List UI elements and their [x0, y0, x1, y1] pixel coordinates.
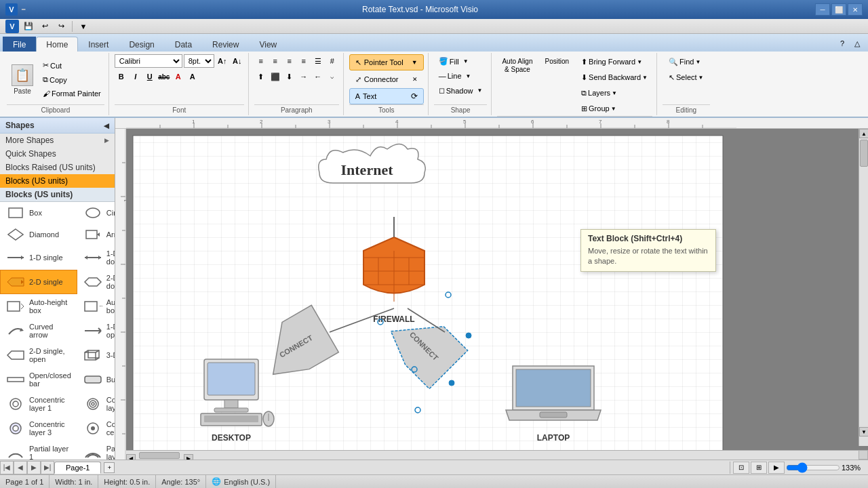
sidebar-more-shapes[interactable]: More Shapes — [0, 134, 115, 147]
sidebar-collapse-icon[interactable]: ◀ — [104, 122, 109, 129]
minimize-button[interactable]: ─ — [815, 3, 830, 16]
bring-forward-button[interactable]: ⬆ Bring Forward ▼ — [576, 54, 652, 69]
tab-home[interactable]: Home — [36, 37, 78, 52]
customize-qa-button[interactable]: ▼ — [77, 20, 90, 33]
pointer-tool-button[interactable]: ↖ Pointer Tool ▼ — [349, 54, 424, 70]
decrease-font-button[interactable]: A↓ — [231, 54, 244, 68]
shape-item-circle[interactable]: Circle — [77, 202, 115, 224]
shape-item-concentric-2[interactable]: Concentric layer 2 — [77, 392, 115, 416]
zoom-slider[interactable] — [786, 465, 840, 470]
cut-button[interactable]: ✂ Cut — [39, 59, 104, 72]
shape-item-partial-1[interactable]: Partial layer 1 — [0, 441, 77, 460]
layers-button[interactable]: ⧉ Layers ▼ — [576, 85, 652, 100]
tab-insert[interactable]: Insert — [78, 37, 119, 52]
group-button[interactable]: ⊞ Group ▼ — [576, 101, 652, 116]
font-name-select[interactable]: Calibri — [115, 54, 182, 68]
shape-item-box[interactable]: Box — [0, 202, 77, 224]
shape-item-open-closed-bar[interactable]: Open/closed bar — [0, 367, 77, 392]
find-button[interactable]: 🔍 Find ▼ — [663, 54, 707, 69]
scroll-thumb-h[interactable] — [139, 452, 180, 459]
bold-button[interactable]: B — [115, 70, 128, 83]
shape-item-1d-double[interactable]: 1-D double — [77, 245, 115, 270]
scroll-left-button[interactable]: ◀ — [126, 454, 136, 460]
bullets-button[interactable]: ☰ — [311, 54, 325, 68]
shape-item-concentric-1[interactable]: Concentric layer 1 — [0, 392, 77, 416]
tab-review[interactable]: Review — [202, 37, 249, 52]
tab-view[interactable]: View — [249, 37, 287, 52]
select-button[interactable]: ↖ Select ▼ — [663, 70, 710, 85]
tab-file[interactable]: File — [3, 37, 36, 52]
sidebar-quick-shapes[interactable]: Quick Shapes — [0, 147, 115, 161]
increase-font-button[interactable]: A↑ — [216, 54, 229, 68]
scroll-thumb-v[interactable] — [860, 140, 868, 167]
shape-item-auto-size[interactable]: ↔ Auto-size box — [77, 294, 115, 319]
copy-button[interactable]: ⧉ Copy — [39, 73, 104, 86]
shape-item-partial-2[interactable]: Partial layer 2 — [77, 441, 115, 460]
format-painter-button[interactable]: 🖌 Format Painter — [39, 87, 104, 100]
shape-item-concentric-center[interactable]: Concentric center — [77, 416, 115, 441]
auto-align-button[interactable]: Auto Align& Space — [497, 54, 537, 77]
scroll-up-button[interactable]: ▲ — [859, 129, 868, 138]
redo-button[interactable]: ↪ — [54, 20, 68, 33]
align-left-button[interactable]: ≡ — [254, 54, 268, 68]
font-color-button[interactable]: A — [172, 70, 185, 83]
align-center-button[interactable]: ≡ — [269, 54, 282, 68]
shape-item-concentric-3[interactable]: Concentric layer 3 — [0, 416, 77, 441]
shape-item-curved-arrow[interactable]: Curved arrow — [0, 319, 77, 343]
text-tool-button[interactable]: A Text ⟳ — [349, 88, 424, 104]
canvas[interactable]: Internet — [126, 129, 868, 460]
align-justify-button[interactable]: ≡ — [297, 54, 311, 68]
fill-button[interactable]: 🪣 Fill ▼ — [434, 54, 473, 68]
expand-ribbon-button[interactable]: △ — [850, 37, 864, 50]
paste-button[interactable]: 📋 Paste — [7, 61, 38, 98]
shape-item-2d-single[interactable]: 2-D single — [0, 270, 77, 294]
para-expand-button[interactable]: ⌵ — [326, 70, 339, 83]
save-button[interactable]: 💾 — [22, 20, 35, 33]
align-right-button[interactable]: ≡ — [283, 54, 296, 68]
shape-item-1d-single[interactable]: 1-D single — [0, 245, 77, 270]
shape-item-1d-single-open[interactable]: 1-D single, open — [77, 319, 115, 343]
add-page-button[interactable]: + — [104, 462, 115, 473]
indent-button[interactable]: → — [297, 70, 311, 83]
shape-item-diamond[interactable]: Diamond — [0, 224, 77, 245]
shape-item-auto-height[interactable]: Auto-height box — [0, 294, 77, 319]
full-screen-button[interactable]: ⊞ — [751, 462, 767, 474]
undo-button[interactable]: ↩ — [38, 20, 52, 33]
normal-view-button[interactable]: ⊡ — [733, 462, 749, 474]
highlight-button[interactable]: A — [186, 70, 199, 83]
tab-data[interactable]: Data — [165, 37, 202, 52]
shadow-button[interactable]: ◻ Shadow ▼ — [434, 83, 488, 98]
connector-tool-button[interactable]: ⤢ Connector ✕ — [349, 71, 424, 87]
sidebar-blocks-raised[interactable]: Blocks Raised (US units) — [0, 161, 115, 174]
slide-show-button[interactable]: ▶ — [768, 462, 785, 474]
shape-item-2d-single-open[interactable]: 2-D single, open — [0, 343, 77, 367]
scroll-down-button[interactable]: ▼ — [859, 427, 868, 436]
font-size-select[interactable]: 8pt. — [184, 54, 214, 68]
align-middle-button[interactable]: ⬛ — [269, 70, 282, 83]
page-tab-1[interactable]: Page-1 — [54, 462, 101, 474]
help-button[interactable]: ? — [835, 37, 849, 50]
numbering-button[interactable]: # — [326, 54, 339, 68]
shape-item-3d-box[interactable]: 3-D box — [77, 343, 115, 367]
scroll-right-button[interactable]: ▶ — [184, 454, 193, 460]
sidebar-blocks-us[interactable]: Blocks (US units) — [0, 174, 115, 188]
page-first-button[interactable]: |◀ — [0, 461, 14, 474]
tab-design[interactable]: Design — [119, 37, 164, 52]
align-bottom-button[interactable]: ⬇ — [283, 70, 296, 83]
send-backward-button[interactable]: ⬇ Send Backward ▼ — [576, 70, 652, 85]
italic-button[interactable]: I — [129, 70, 142, 83]
shape-item-arrow-box[interactable]: Arrow box — [77, 224, 115, 245]
position-button[interactable]: Position — [540, 54, 574, 69]
align-top-button[interactable]: ⬆ — [254, 70, 268, 83]
shape-item-button[interactable]: Button — [77, 367, 115, 392]
page-next-button[interactable]: ▶ — [27, 461, 41, 474]
strikethrough-button[interactable]: abc — [157, 70, 171, 83]
page-prev-button[interactable]: ◀ — [14, 461, 27, 474]
vertical-scrollbar[interactable]: ▲ ▼ — [859, 129, 868, 446]
restore-button[interactable]: ⬜ — [831, 3, 846, 16]
underline-button[interactable]: U — [143, 70, 157, 83]
shape-item-2d-double[interactable]: 2-D double — [77, 270, 115, 294]
horizontal-scrollbar[interactable]: ◀ ▶ — [126, 450, 859, 460]
line-button[interactable]: — Line ▼ — [434, 69, 476, 83]
close-button[interactable]: ✕ — [848, 3, 863, 16]
